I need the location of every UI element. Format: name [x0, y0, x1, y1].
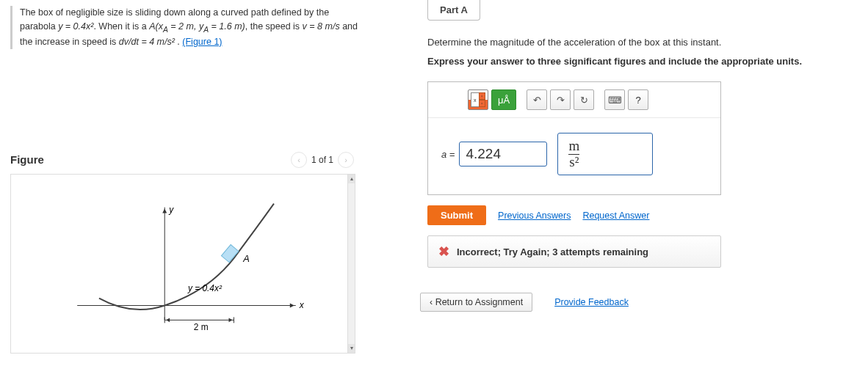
- xA-value: = 2 m, y: [168, 21, 203, 32]
- footer-row: ‹ Return to Assignment Provide Feedback: [420, 293, 850, 312]
- left-panel: The box of negligible size is sliding do…: [0, 0, 375, 377]
- reset-button[interactable]: ↻: [574, 89, 594, 110]
- chevron-right-icon: ›: [344, 155, 347, 164]
- figure-scrollbar[interactable]: ▴ ▾: [347, 175, 355, 353]
- unit-denominator: s²: [568, 154, 579, 170]
- scroll-down-icon[interactable]: ▾: [348, 344, 355, 353]
- figure-svg: x y A y = 0.4x² 2 m: [11, 175, 355, 353]
- redo-button[interactable]: ↷: [550, 89, 571, 110]
- answer-lhs: a =: [441, 149, 455, 160]
- return-button[interactable]: ‹ Return to Assignment: [420, 293, 532, 312]
- question-text: Determine the magnitude of the accelerat…: [427, 35, 850, 68]
- units-button[interactable]: μÅ: [491, 89, 516, 110]
- chevron-left-icon: ‹: [297, 155, 300, 164]
- return-label: Return to Assignment: [435, 297, 524, 307]
- problem-text-5: .: [175, 37, 182, 47]
- figure-prev-button[interactable]: ‹: [291, 152, 307, 168]
- previous-answers-link[interactable]: Previous Answers: [498, 211, 571, 221]
- question-line-2: Express your answer to three significant…: [427, 56, 802, 67]
- figure-pager-text: 1 of 1: [311, 155, 333, 165]
- figure-next-button[interactable]: ›: [338, 152, 354, 168]
- answer-row: a = m s²: [428, 118, 720, 194]
- value-input[interactable]: [459, 142, 547, 166]
- problem-text-2: . When it is a: [93, 21, 149, 32]
- scroll-up-icon[interactable]: ▴: [348, 175, 355, 183]
- curve-equation-label: y = 0.4x²: [187, 282, 223, 293]
- svg-rect-2: [221, 244, 238, 262]
- dvdt-value: dv/dt = 4 m/s²: [119, 37, 175, 47]
- equation-parabola: y = 0.4x²: [58, 21, 93, 32]
- answer-toolbar: x ▫▫ μÅ ↶ ↷ ↻ ⌨ ?: [428, 82, 720, 118]
- yA-value: = 1.6 m): [209, 21, 245, 32]
- problem-text-3: , the speed is: [245, 21, 303, 32]
- undo-button[interactable]: ↶: [527, 89, 547, 110]
- submit-row: Submit Previous Answers Request Answer: [427, 205, 850, 225]
- x-axis-label: x: [299, 300, 305, 310]
- feedback-message: Incorrect; Try Again; 3 attempts remaini…: [457, 246, 648, 257]
- request-answer-link[interactable]: Request Answer: [582, 211, 649, 221]
- part-header: Part A: [427, 0, 480, 21]
- speed-value: v = 8 m/s: [303, 21, 340, 32]
- figure-title: Figure: [10, 153, 44, 166]
- figure-link[interactable]: (Figure 1): [182, 37, 222, 47]
- y-axis-label: y: [168, 204, 174, 214]
- right-panel: Part A Determine the magnitude of the ac…: [375, 0, 868, 377]
- figure-box: x y A y = 0.4x² 2 m ▴ ▾: [10, 174, 355, 354]
- provide-feedback-link[interactable]: Provide Feedback: [554, 297, 629, 307]
- unit-numerator: m: [568, 139, 579, 154]
- point-A-label: A: [242, 253, 250, 264]
- problem-statement: The box of negligible size is sliding do…: [10, 6, 364, 49]
- point-A-x: A(x: [149, 21, 163, 32]
- templates-button[interactable]: x ▫▫: [468, 89, 488, 110]
- figure-header: Figure ‹ 1 of 1 ›: [10, 152, 364, 168]
- submit-button[interactable]: Submit: [427, 205, 486, 225]
- incorrect-icon: ✖: [438, 244, 449, 260]
- help-button[interactable]: ?: [628, 89, 648, 110]
- answer-box: x ▫▫ μÅ ↶ ↷ ↻ ⌨ ? a = m s²: [427, 81, 721, 195]
- units-input[interactable]: m s²: [557, 133, 653, 175]
- dimension-label: 2 m: [194, 322, 209, 332]
- sub-a1: A: [163, 25, 168, 33]
- chevron-left-icon: ‹: [430, 297, 435, 307]
- figure-pager: ‹ 1 of 1 ›: [291, 152, 354, 168]
- keyboard-button[interactable]: ⌨: [604, 89, 625, 110]
- feedback-box: ✖ Incorrect; Try Again; 3 attempts remai…: [427, 235, 721, 268]
- question-line-1: Determine the magnitude of the accelerat…: [427, 35, 850, 50]
